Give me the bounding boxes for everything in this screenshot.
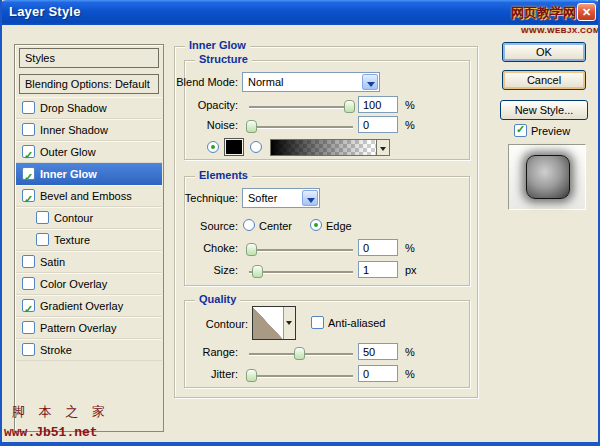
ok-button[interactable]: OK [502,42,586,62]
preview-label: Preview [531,125,570,137]
styles-list: Drop ShadowInner ShadowOuter GlowInner G… [16,97,162,361]
sidebar-item-inner-shadow[interactable]: Inner Shadow [16,119,162,141]
sidebar-item-label: Contour [54,207,93,229]
layer-style-dialog: Layer Style 网页教学网 ✕ WWW.WEBJX.COM Styles… [0,0,600,446]
sidebar-item-label: Color Overlay [40,273,107,295]
style-enable-checkbox[interactable] [22,123,35,136]
elements-title: Elements [195,169,252,181]
blend-mode-select[interactable]: Normal [242,72,380,92]
gradient-picker-arrow-icon[interactable] [377,139,390,156]
chevron-down-icon[interactable] [362,74,378,90]
chevron-down-icon[interactable] [302,190,318,206]
choke-slider-thumb[interactable] [246,243,257,256]
sidebar-item-label: Outer Glow [40,141,96,163]
noise-input[interactable] [358,116,398,133]
sidebar-item-pattern-overlay[interactable]: Pattern Overlay [16,317,162,339]
sidebar-item-label: Drop Shadow [40,97,107,119]
technique-select[interactable]: Softer [242,188,320,208]
sidebar-item-outer-glow[interactable]: Outer Glow [16,141,162,163]
source-center-radio[interactable] [243,219,255,231]
style-enable-checkbox[interactable] [22,189,35,202]
style-enable-checkbox[interactable] [36,211,49,224]
close-icon[interactable]: ✕ [577,3,596,21]
sidebar-item-label: Bevel and Emboss [40,185,132,207]
style-enable-checkbox[interactable] [22,299,35,312]
style-enable-checkbox[interactable] [22,321,35,334]
gradient-radio[interactable] [250,141,262,153]
jb51-watermark-url: www.Jb51.net [4,425,98,440]
sidebar-item-bevel-and-emboss[interactable]: Bevel and Emboss [16,185,162,207]
jitter-unit: % [405,368,415,380]
range-unit: % [405,346,415,358]
sidebar-item-contour[interactable]: Contour [16,207,162,229]
styles-header: Styles [19,48,159,68]
quality-title: Quality [195,293,240,305]
styles-listbox: Styles Blending Options: Default Drop Sh… [14,44,164,432]
size-input[interactable] [358,261,398,278]
choke-label: Choke: [168,242,238,254]
opacity-slider-thumb[interactable] [344,100,355,113]
sidebar-item-texture[interactable]: Texture [16,229,162,251]
noise-label: Noise: [168,119,238,131]
dialog-title: Layer Style [9,4,81,19]
technique-value: Softer [248,192,277,204]
style-enable-checkbox[interactable] [22,167,35,180]
opacity-unit: % [405,99,415,111]
sidebar-item-blending-options[interactable]: Blending Options: Default [19,74,159,94]
contour-arrow-icon[interactable] [284,307,295,339]
technique-label: Technique: [168,192,238,204]
style-enable-checkbox[interactable] [36,233,49,246]
preview-checkbox[interactable] [514,124,527,137]
sidebar-item-label: Inner Glow [40,163,97,185]
size-unit: px [405,264,417,276]
source-edge-radio[interactable] [310,219,322,231]
style-enable-checkbox[interactable] [22,343,35,356]
cancel-button[interactable]: Cancel [502,70,586,90]
opacity-slider[interactable] [249,106,353,108]
jitter-label: Jitter: [168,368,238,380]
sidebar-item-color-overlay[interactable]: Color Overlay [16,273,162,295]
contour-label: Contour: [178,318,248,330]
jitter-slider-thumb[interactable] [246,369,257,382]
range-input[interactable] [358,343,398,360]
contour-picker[interactable] [252,306,296,340]
noise-unit: % [405,119,415,131]
sidebar-item-stroke[interactable]: Stroke [16,339,162,361]
opacity-label: Opacity: [168,99,238,111]
jitter-input[interactable] [358,365,398,382]
choke-unit: % [405,242,415,254]
noise-slider-thumb[interactable] [246,120,257,133]
sidebar-item-satin[interactable]: Satin [16,251,162,273]
jitter-slider[interactable] [249,375,353,377]
inner-glow-title: Inner Glow [185,39,250,51]
source-center-label: Center [259,220,292,232]
style-enable-checkbox[interactable] [22,101,35,114]
size-slider-thumb[interactable] [252,265,263,278]
sidebar-item-label: Gradient Overlay [40,295,123,317]
style-enable-checkbox[interactable] [22,255,35,268]
sidebar-item-gradient-overlay[interactable]: Gradient Overlay [16,295,162,317]
sidebar-item-label: Stroke [40,339,72,361]
titlebar-watermark: 网页教学网 [511,4,576,22]
solid-color-radio[interactable] [207,141,219,153]
sidebar-item-inner-glow[interactable]: Inner Glow [16,163,162,185]
sidebar-item-label: Pattern Overlay [40,317,116,339]
style-enable-checkbox[interactable] [22,145,35,158]
range-slider-thumb[interactable] [294,347,305,360]
sidebar-item-label: Texture [54,229,90,251]
choke-input[interactable] [358,239,398,256]
sidebar-item-drop-shadow[interactable]: Drop Shadow [16,97,162,119]
title-bar[interactable]: Layer Style 网页教学网 ✕ [0,0,600,25]
opacity-input[interactable] [358,96,398,113]
choke-slider[interactable] [249,249,353,251]
style-enable-checkbox[interactable] [22,277,35,290]
noise-slider[interactable] [249,126,353,128]
antialiased-checkbox[interactable] [311,316,324,329]
new-style-button[interactable]: New Style... [500,100,588,120]
gradient-preview-bar[interactable] [270,139,377,156]
size-slider[interactable] [249,271,353,273]
glow-color-swatch[interactable] [224,138,244,156]
style-preview-thumbnail [508,144,586,210]
range-slider[interactable] [249,353,353,355]
source-label: Source: [168,220,238,232]
